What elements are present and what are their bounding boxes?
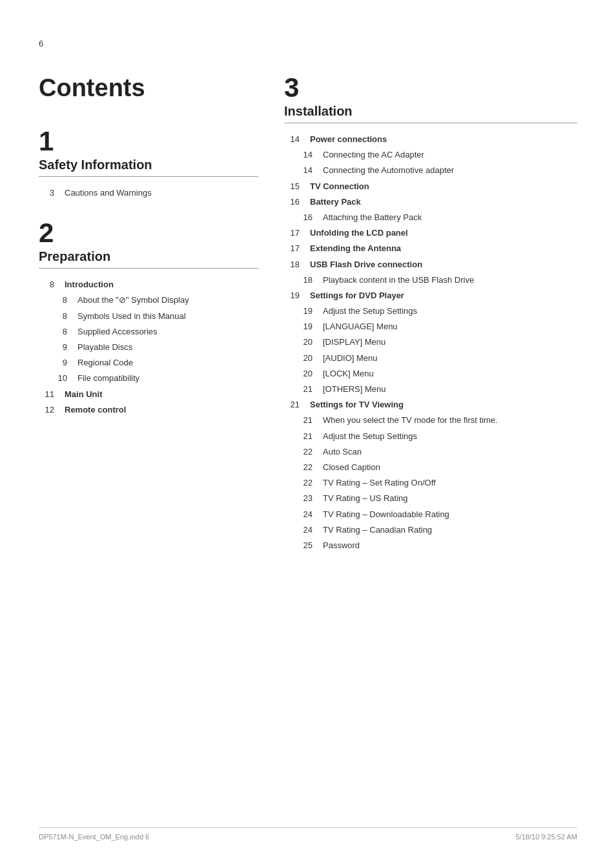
- toc-label: Settings for TV Viewing: [310, 399, 577, 411]
- toc-page: 19: [297, 321, 313, 333]
- right-column: 3 Installation 14 Power connections 14 C…: [284, 74, 577, 555]
- toc-entry-introduction: 8 Introduction: [39, 279, 258, 291]
- toc-page: 21: [284, 399, 300, 411]
- toc-label: Cautions and Warnings: [65, 187, 258, 199]
- toc-entry-remote-control: 12 Remote control: [39, 404, 258, 416]
- toc-page: 20: [297, 336, 313, 348]
- toc-page: 24: [297, 524, 313, 536]
- toc-label: Extending the Antenna: [310, 243, 577, 254]
- toc-page: 15: [284, 181, 300, 192]
- toc-entry-main-unit: 11 Main Unit: [39, 389, 258, 400]
- toc-page: 11: [39, 389, 54, 400]
- toc-label: Symbols Used in this Manual: [77, 311, 258, 322]
- toc-label: [OTHERS] Menu: [323, 384, 577, 395]
- toc-playback-usb: 18 Playback content in the USB Flash Dri…: [284, 274, 577, 286]
- toc-page: 21: [297, 415, 313, 426]
- toc-page: 18: [284, 259, 300, 271]
- toc-entry-cautions: 3 Cautions and Warnings: [39, 187, 258, 199]
- toc-label: Adjust the Setup Settings: [323, 305, 577, 317]
- toc-label: Battery Pack: [310, 196, 577, 208]
- footer-left: DP571M-N_Event_OM_Eng.indd 6: [39, 833, 149, 841]
- right-section-title: Installation: [284, 104, 577, 123]
- toc-page: 22: [297, 462, 313, 473]
- toc-label: [AUDIO] Menu: [323, 353, 577, 364]
- toc-entry-file-compat: 10 File compatibility: [39, 373, 258, 384]
- right-section-number: 3: [284, 74, 577, 101]
- toc-label: Connecting the Automotive adapter: [323, 165, 577, 176]
- toc-tv-rating-us: 23 TV Rating – US Rating: [284, 493, 577, 504]
- toc-auto-adapter: 14 Connecting the Automotive adapter: [284, 165, 577, 176]
- left-column: Contents 1 Safety Information 3 Cautions…: [39, 74, 258, 555]
- toc-ac-adapter: 14 Connecting the AC Adapter: [284, 149, 577, 161]
- footer: DP571M-N_Event_OM_Eng.indd 6 5/18/10 9:2…: [39, 827, 577, 841]
- toc-label: Closed Caption: [323, 462, 577, 473]
- toc-tv-rating-canadian: 24 TV Rating – Canadian Rating: [284, 524, 577, 536]
- toc-label: Adjust the Setup Settings: [323, 431, 577, 442]
- toc-label: Playback content in the USB Flash Drive: [323, 274, 577, 286]
- toc-page: 8: [52, 311, 67, 322]
- toc-page: 17: [284, 243, 300, 254]
- toc-extending-antenna: 17 Extending the Antenna: [284, 243, 577, 254]
- toc-label: Connecting the AC Adapter: [323, 149, 577, 161]
- section-1-title: Safety Information: [39, 158, 258, 177]
- toc-page: 8: [52, 326, 67, 338]
- toc-tv-mode-first: 21 When you select the TV mode for the f…: [284, 415, 577, 426]
- toc-label: Attaching the Battery Pack: [323, 212, 577, 223]
- toc-label: Settings for DVD Player: [310, 290, 577, 302]
- toc-label: Playable Discs: [77, 342, 258, 353]
- toc-label: Supplied Accessories: [77, 326, 258, 338]
- page-number: 6: [39, 39, 577, 48]
- toc-page: 8: [52, 294, 67, 306]
- toc-label: Main Unit: [65, 389, 258, 400]
- toc-label: Password: [323, 540, 577, 551]
- toc-page: 9: [52, 357, 67, 369]
- toc-page: 24: [297, 509, 313, 520]
- toc-page: 18: [297, 274, 313, 286]
- toc-label: [DISPLAY] Menu: [323, 336, 577, 348]
- toc-page: 19: [297, 305, 313, 317]
- toc-battery-pack: 16 Battery Pack: [284, 196, 577, 208]
- toc-page: 20: [297, 353, 313, 364]
- toc-settings-dvd: 19 Settings for DVD Player: [284, 290, 577, 302]
- toc-page: 3: [39, 187, 54, 199]
- toc-audio-menu: 20 [AUDIO] Menu: [284, 353, 577, 364]
- toc-display-menu: 20 [DISPLAY] Menu: [284, 336, 577, 348]
- toc-page: 16: [284, 196, 300, 208]
- toc-label: When you select the TV mode for the firs…: [323, 415, 577, 426]
- toc-lock-menu: 20 [LOCK] Menu: [284, 368, 577, 380]
- toc-auto-scan: 22 Auto Scan: [284, 446, 577, 458]
- toc-language-menu: 19 [LANGUAGE] Menu: [284, 321, 577, 333]
- toc-password: 25 Password: [284, 540, 577, 551]
- toc-settings-tv: 21 Settings for TV Viewing: [284, 399, 577, 411]
- toc-entry-symbols-manual: 8 Symbols Used in this Manual: [39, 311, 258, 322]
- main-title: Contents: [39, 74, 258, 102]
- toc-page: 25: [297, 540, 313, 551]
- toc-entry-symbol: 8 About the "⊘" Symbol Display: [39, 294, 258, 306]
- toc-page: 16: [297, 212, 313, 223]
- toc-entry-accessories: 8 Supplied Accessories: [39, 326, 258, 338]
- toc-label: Power connections: [310, 134, 577, 145]
- toc-label: TV Rating – Downloadable Rating: [323, 509, 577, 520]
- section-2-title: Preparation: [39, 249, 258, 269]
- toc-page: 21: [297, 384, 313, 395]
- toc-page: 22: [297, 446, 313, 458]
- toc-closed-caption: 22 Closed Caption: [284, 462, 577, 473]
- toc-usb-flash-drive: 18 USB Flash Drive connection: [284, 259, 577, 271]
- toc-page: 14: [284, 134, 300, 145]
- toc-label: Remote control: [65, 404, 258, 416]
- toc-entry-playable-discs: 9 Playable Discs: [39, 342, 258, 353]
- toc-page: 20: [297, 368, 313, 380]
- toc-tv-connection: 15 TV Connection: [284, 181, 577, 192]
- toc-label: File compatibility: [77, 373, 258, 384]
- toc-page: 14: [297, 149, 313, 161]
- section-1-number: 1: [39, 128, 258, 155]
- toc-label: About the "⊘" Symbol Display: [77, 294, 258, 306]
- toc-page: 23: [297, 493, 313, 504]
- toc-adjust-setup-tv: 21 Adjust the Setup Settings: [284, 431, 577, 442]
- toc-page: 8: [39, 279, 54, 291]
- two-column-layout: Contents 1 Safety Information 3 Cautions…: [39, 74, 577, 555]
- toc-label: Introduction: [65, 279, 258, 291]
- toc-page: 9: [52, 342, 67, 353]
- toc-tv-rating-downloadable: 24 TV Rating – Downloadable Rating: [284, 509, 577, 520]
- toc-page: 19: [284, 290, 300, 302]
